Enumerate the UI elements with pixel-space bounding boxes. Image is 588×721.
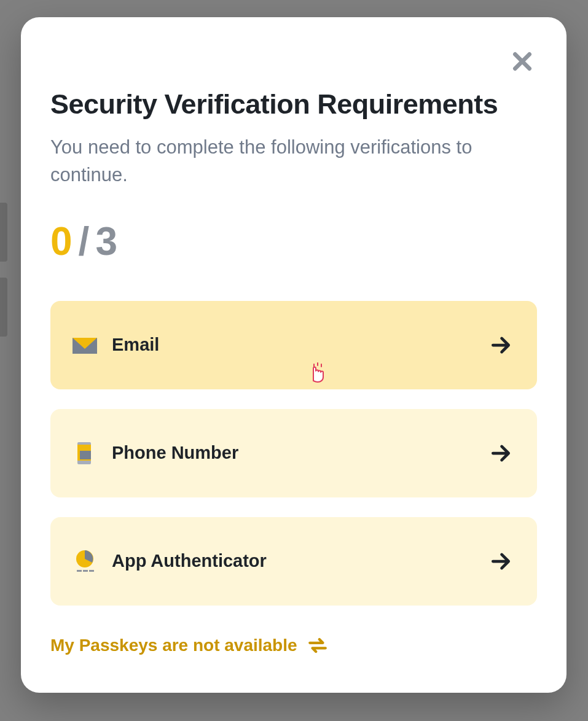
option-label: Email bbox=[112, 335, 489, 355]
option-authenticator[interactable]: App Authenticator bbox=[50, 517, 537, 606]
progress-done: 0 bbox=[50, 219, 74, 264]
option-email[interactable]: Email bbox=[50, 301, 537, 389]
security-verification-modal: Security Verification Requirements You n… bbox=[21, 17, 566, 693]
authenticator-icon bbox=[71, 548, 98, 575]
svg-rect-4 bbox=[80, 451, 91, 459]
modal-subtitle: You need to complete the following verif… bbox=[50, 134, 537, 189]
swap-icon bbox=[307, 635, 328, 656]
verification-options: Email Phone Number bbox=[50, 301, 537, 606]
arrow-right-icon bbox=[489, 442, 512, 465]
progress-sep: / bbox=[79, 219, 91, 264]
modal-backdrop: Security Verification Requirements You n… bbox=[0, 0, 588, 721]
arrow-right-icon bbox=[489, 333, 512, 357]
close-icon bbox=[510, 49, 535, 74]
progress-counter: 0 / 3 bbox=[50, 219, 537, 264]
close-button[interactable] bbox=[508, 47, 537, 76]
modal-title: Security Verification Requirements bbox=[50, 88, 537, 120]
email-icon bbox=[71, 332, 98, 359]
phone-icon bbox=[71, 440, 98, 467]
svg-rect-7 bbox=[83, 570, 88, 572]
progress-total: 3 bbox=[95, 219, 119, 264]
passkeys-unavailable-link[interactable]: My Passkeys are not available bbox=[50, 635, 537, 656]
background-strip bbox=[0, 203, 7, 262]
svg-rect-6 bbox=[77, 570, 82, 572]
option-phone[interactable]: Phone Number bbox=[50, 409, 537, 497]
background-strip bbox=[0, 278, 7, 337]
svg-rect-8 bbox=[89, 570, 94, 572]
option-label: App Authenticator bbox=[112, 551, 489, 571]
arrow-right-icon bbox=[489, 550, 512, 573]
option-label: Phone Number bbox=[112, 443, 489, 463]
footer-link-label: My Passkeys are not available bbox=[50, 636, 297, 655]
